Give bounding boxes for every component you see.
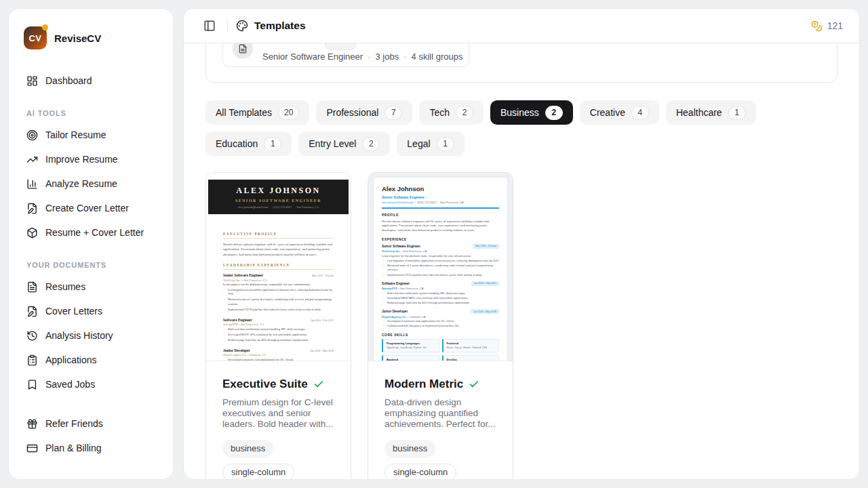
file-pen-icon: [26, 203, 38, 214]
sidebar-item-label: Cover Letters: [45, 306, 102, 317]
resume-contact: alex.johnson@email.com|(555) 123-4567|Sa…: [382, 201, 499, 204]
skill-group-items: React, Vue.js, Svelte, Tailwind CSS: [447, 346, 496, 349]
topbar-divider: [227, 20, 228, 31]
job-title: Senior Software Engineer: [223, 273, 263, 277]
sidebar-item-plan-billing[interactable]: Plan & Billing: [20, 436, 162, 460]
target-icon: [26, 129, 38, 141]
filter-chip-tech[interactable]: Tech2: [419, 100, 484, 125]
tag-business: business: [384, 440, 435, 458]
filter-chip-creative[interactable]: Creative4: [580, 100, 659, 125]
sidebar-item-create-cover-letter[interactable]: Create Cover Letter: [20, 196, 162, 220]
sidebar-item-label: Plan & Billing: [45, 443, 102, 453]
sidebar-item-resumes[interactable]: Resumes: [20, 274, 162, 299]
sidebar-item-dashboard[interactable]: Dashboard: [20, 68, 162, 93]
sidebar-item-analysis-history[interactable]: Analysis History: [20, 323, 162, 348]
chip-count: 2: [362, 137, 380, 151]
panel-left-icon: [203, 20, 216, 32]
filter-chip-professional[interactable]: Professional7: [316, 100, 412, 125]
job-bullet: Reduced page load time by 40% through pe…: [223, 338, 334, 343]
topbar: Templates 121: [184, 9, 859, 43]
sidebar-toggle-button[interactable]: [200, 16, 219, 35]
company-location: San Francisco, CA: [240, 323, 264, 326]
template-grid: Alex Johnson Senior Software Engineer al…: [205, 172, 837, 479]
accent-rule: [382, 207, 499, 209]
resume-skills-grid: Programming LanguagesTypeScript, JavaScr…: [382, 339, 499, 361]
bookmark-icon: [26, 379, 38, 390]
resume-job: Junior DeveloperJun 2016 - May 2018 Digi…: [382, 309, 499, 329]
job-dates-badge: Jun 2016 - May 2018: [471, 309, 499, 314]
sidebar-item-improve-resume[interactable]: Improve Resume: [20, 147, 162, 171]
chip-label: Creative: [590, 107, 625, 118]
filter-chip-healthcare[interactable]: Healthcare1: [666, 100, 756, 125]
filter-chip-all-templates[interactable]: All Templates20: [205, 100, 309, 125]
company-location: Oakland, CA: [250, 353, 266, 357]
resume-phone: (555) 123-4567: [417, 201, 437, 204]
trending-up-icon: [26, 154, 38, 165]
job-title: Junior Developer: [382, 310, 408, 313]
resume-job: Senior Software EngineerMar 2021 - Prese…: [382, 244, 499, 277]
credits-badge[interactable]: 121: [811, 20, 843, 32]
job-context-summary[interactable]: Senior Software Engineer·3 jobs·4 skill …: [222, 43, 469, 67]
job-bullet: Reduced page load time by 40% through pe…: [382, 301, 499, 305]
sidebar-item-saved-jobs[interactable]: Saved Jobs: [20, 372, 162, 396]
job-context-jobs: 3 jobs: [376, 52, 399, 62]
job-summary: Lead engineer for the platform team, res…: [223, 283, 334, 286]
company-location: Oakland, CA: [410, 315, 426, 319]
filter-chip-business[interactable]: Business2: [490, 100, 573, 125]
job-dates: Jun 2018 - Feb 2021: [311, 319, 334, 322]
chip-label: Professional: [326, 107, 378, 118]
filter-chip-entry-level[interactable]: Entry Level2: [298, 131, 390, 156]
job-context-role: Senior Software Engineer: [262, 52, 363, 62]
resume-name: Alex Johnson: [212, 186, 344, 196]
resume-profile-text: Results-driven software engineer with 8+…: [223, 242, 334, 257]
cutoff-badge: [325, 43, 356, 50]
clipboard-list-icon: [26, 354, 38, 366]
chip-label: Tech: [429, 107, 450, 118]
skill-group-name: Programming Languages: [387, 342, 435, 345]
sidebar-item-label: Applications: [45, 354, 97, 365]
sidebar-item-refer-friends[interactable]: Refer Friends: [20, 411, 162, 436]
template-description: Premium design for C-level executives an…: [222, 397, 334, 430]
app-logo-text: CV: [28, 33, 41, 43]
resume-body: EXECUTIVE PROFILE Results-driven softwar…: [208, 214, 349, 361]
separator: •: [241, 279, 243, 282]
filter-chip-legal[interactable]: Legal1: [397, 131, 464, 156]
job-dates-badge: Mar 2021 - Present: [473, 244, 499, 249]
sidebar-item-resume-plus-cover-letter[interactable]: Resume + Cover Letter: [20, 220, 162, 245]
template-card-executive-suite[interactable]: Alex Johnson Senior Software Engineer al…: [205, 172, 351, 479]
company-name: Digital Agency Co.: [223, 353, 247, 357]
chip-label: Business: [500, 107, 539, 118]
resume-section-heading: PROFILE: [382, 214, 499, 217]
package-icon: [26, 227, 38, 239]
sidebar-item-label: Tailor Resume: [45, 129, 106, 140]
job-company: StartupXYZ • San Francisco, CA: [382, 287, 499, 290]
tag-business: business: [222, 440, 273, 458]
skill-group-items: TypeScript, JavaScript, Python, Go: [387, 346, 435, 349]
sidebar-section-ai-tools: AI TOOLS: [20, 109, 162, 117]
job-avatar: [233, 43, 253, 59]
chip-count: 1: [437, 137, 454, 151]
template-card-modern-metric[interactable]: Alex Johnson Senior Software Engineer al…: [368, 172, 513, 479]
company-name: TechCorp Inc.: [223, 279, 241, 282]
skill-group: DevOpsAWS, Docker, Kubernetes, CI/CD: [442, 355, 500, 361]
resume-section-heading: CORE SKILLS: [382, 333, 499, 337]
palette-icon: [236, 20, 248, 32]
app-name: ReviseCV: [54, 33, 101, 44]
sidebar-item-tailor-resume[interactable]: Tailor Resume: [20, 123, 162, 147]
sidebar-item-cover-letters[interactable]: Cover Letters: [20, 299, 162, 323]
sidebar-item-applications[interactable]: Applications: [20, 348, 162, 372]
template-card-footer: Modern Metric Data-driven design emphasi…: [368, 361, 513, 479]
page-title-group: Templates: [236, 20, 306, 32]
bar-chart-icon: [26, 178, 38, 190]
filter-chip-education[interactable]: Education1: [205, 131, 292, 156]
template-preview-modern: Alex Johnson Senior Software Engineer al…: [368, 173, 513, 361]
sidebar-item-analyze-resume[interactable]: Analyze Resume: [20, 171, 162, 196]
job-title: Software Engineer: [223, 318, 252, 322]
template-title: Executive Suite: [222, 378, 308, 391]
resume-phone: (555) 123-4567: [273, 205, 292, 209]
job-bullet: Led migration of monolithic application …: [223, 288, 334, 297]
template-card-footer: Executive Suite Premium design for C-lev…: [206, 361, 351, 479]
separator: ·: [368, 52, 370, 62]
separator: ·: [403, 52, 406, 62]
resume-location: San Francisco, CA: [440, 201, 464, 204]
